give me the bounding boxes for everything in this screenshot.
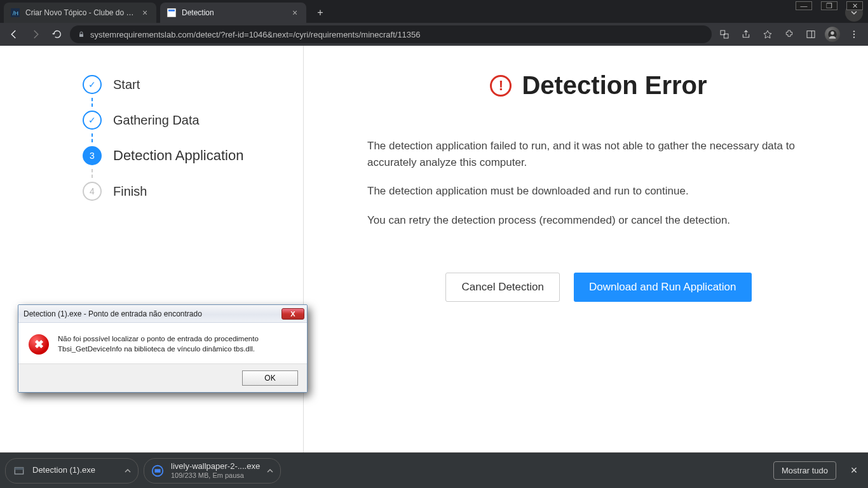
new-tab-button[interactable]: + [311,4,329,22]
error-icon: ! [490,75,512,97]
dialog-footer: OK [18,363,307,392]
close-shelf-button[interactable]: × [845,462,863,480]
favicon-icon [166,8,177,18]
step-detection-application: 3 Detection Application [83,146,284,165]
step-label: Detection Application [113,147,243,164]
file-icon [12,464,26,478]
svg-rect-4 [79,34,83,37]
cancel-detection-button[interactable]: Cancel Detection [445,273,559,302]
side-panel-icon[interactable] [802,25,820,43]
error-paragraph: You can retry the detection process (rec… [367,212,799,229]
download-item[interactable]: lively-wallpaper-2-....exe 109/233 MB, E… [144,458,281,484]
step-circle-done [83,75,102,94]
close-tab-icon[interactable]: × [140,8,150,18]
download-item[interactable]: Detection (1).exe [5,458,139,484]
svg-point-13 [853,36,855,37]
chevron-up-icon[interactable] [124,467,132,475]
avatar-icon [825,27,840,42]
browser-tab[interactable]: /H Criar Novo Tópico - Clube do Ha × [4,3,156,23]
tab-strip: /H Criar Novo Tópico - Clube do Ha × Det… [0,0,868,23]
error-paragraph: The detection application failed to run,… [367,138,799,170]
chrome-menu-icon[interactable] [845,25,863,43]
dialog-close-button[interactable]: X [281,308,304,320]
lock-icon [78,30,85,38]
download-name: Detection (1).exe [32,466,95,475]
step-label: Start [113,78,140,92]
forward-button[interactable] [27,25,44,43]
download-status: 109/233 MB, Em pausa [171,471,260,479]
svg-text:/H: /H [13,10,18,17]
toolbar-actions [715,25,863,43]
download-name: lively-wallpaper-2-....exe [171,462,260,471]
download-run-button[interactable]: Download and Run Application [574,273,752,302]
tab-title: Detection [182,8,285,17]
window-controls: — ❐ ✕ [790,0,868,11]
window-close-button[interactable]: ✕ [846,1,863,10]
url-text: systemrequirementslab.com/detect/?ref-id… [90,30,421,39]
step-connector [92,169,284,178]
step-circle-current: 3 [83,146,102,165]
window-minimize-button[interactable]: — [796,1,812,10]
share-icon[interactable] [737,25,755,43]
profile-avatar[interactable] [824,25,841,43]
dialog-title: Detection (1).exe - Ponto de entrada não… [24,309,281,318]
file-icon [151,464,165,478]
svg-point-12 [853,34,855,35]
dialog-error-icon: ✖ [29,334,49,355]
svg-rect-3 [168,10,175,11]
dialog-ok-button[interactable]: OK [242,370,298,386]
address-bar[interactable]: systemrequirementslab.com/detect/?ref-id… [70,25,712,43]
dialog-body: ✖ Não foi possível localizar o ponto de … [18,323,307,363]
show-all-downloads-button[interactable]: Mostrar tudo [773,461,836,480]
page-title: Detection Error [522,71,707,100]
bookmark-star-icon[interactable] [759,25,776,43]
error-body: The detection application failed to run,… [367,138,830,228]
browser-tab-active[interactable]: Detection × [160,3,306,23]
back-button[interactable] [5,25,23,43]
svg-rect-7 [807,31,815,38]
step-connector [92,98,284,107]
page-heading: ! Detection Error [367,71,830,100]
step-circle-pending: 4 [83,182,102,201]
close-tab-icon[interactable]: × [290,8,300,18]
extensions-icon[interactable] [780,25,798,43]
tab-title: Criar Novo Tópico - Clube do Ha [25,8,135,17]
svg-point-11 [853,30,855,32]
step-label: Finish [113,184,147,199]
step-gathering-data: Gathering Data [83,111,284,130]
svg-point-10 [831,31,834,34]
error-paragraph: The detection application must be downlo… [367,183,799,200]
dialog-message: Não foi possível localizar o ponto de en… [58,334,297,355]
svg-rect-17 [154,469,160,473]
translate-icon[interactable] [715,25,733,43]
dialog-titlebar[interactable]: Detection (1).exe - Ponto de entrada não… [18,305,307,323]
main-panel: ! Detection Error The detection applicat… [304,46,868,452]
step-label: Gathering Data [113,113,200,128]
browser-toolbar: systemrequirementslab.com/detect/?ref-id… [0,23,868,46]
reload-button[interactable] [48,25,66,43]
step-start: Start [83,75,284,94]
chevron-up-icon[interactable] [266,467,274,475]
step-connector [92,133,284,142]
step-circle-done [83,111,102,130]
favicon-icon: /H [10,8,20,18]
windows-error-dialog: Detection (1).exe - Ponto de entrada não… [18,304,308,393]
action-buttons: Cancel Detection Download and Run Applic… [367,273,830,302]
step-finish: 4 Finish [83,182,284,201]
window-restore-button[interactable]: ❐ [821,1,837,10]
download-shelf: Detection (1).exe lively-wallpaper-2-...… [0,452,868,488]
svg-rect-15 [15,468,23,470]
